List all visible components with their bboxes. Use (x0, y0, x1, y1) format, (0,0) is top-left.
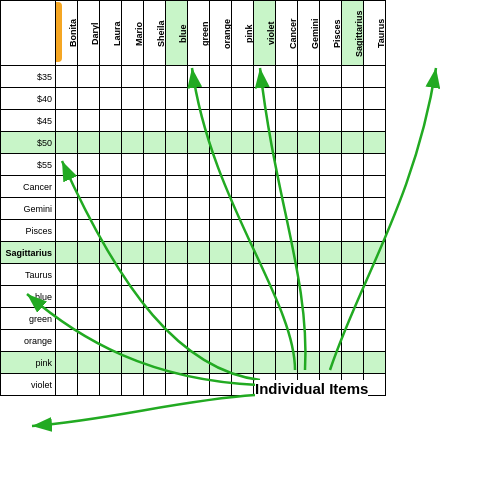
col-pink: pink (232, 1, 254, 66)
col-blue: blue (166, 1, 188, 66)
row-header-50: $50 (1, 132, 56, 154)
col-daryl: Daryl (78, 1, 100, 66)
row-blue: blue (1, 286, 386, 308)
row-header-cancer: Cancer (1, 176, 56, 198)
row-green: green (1, 308, 386, 330)
row-taurus: Taurus (1, 264, 386, 286)
row-sagittarius: Sagittarius (1, 242, 386, 264)
row-header-45: $45 (1, 110, 56, 132)
col-gemini: Gemini (298, 1, 320, 66)
row-header-taurus: Taurus (1, 264, 56, 286)
row-header-55: $55 (1, 154, 56, 176)
col-violet: violet (254, 1, 276, 66)
row-header-green: green (1, 308, 56, 330)
row-header-pink: pink (1, 352, 56, 374)
col-orange: orange (210, 1, 232, 66)
row-50: $50 (1, 132, 386, 154)
corner-cell (1, 1, 56, 66)
row-55: $55 (1, 154, 386, 176)
row-35: $35 (1, 66, 386, 88)
row-header-pisces: Pisces (1, 220, 56, 242)
row-pisces: Pisces (1, 220, 386, 242)
main-table: Bonita Daryl Laura Mario Sheila blue gre… (0, 0, 386, 396)
col-green: green (188, 1, 210, 66)
row-header-orange: orange (1, 330, 56, 352)
row-orange: orange (1, 330, 386, 352)
row-pink: pink (1, 352, 386, 374)
row-gemini: Gemini (1, 198, 386, 220)
col-sagittarius: Sagittarius (342, 1, 364, 66)
individual-items-label: Individual Items (255, 380, 368, 397)
col-taurus: Taurus (364, 1, 386, 66)
col-sheila: Sheila (144, 1, 166, 66)
col-cancer: Cancer (276, 1, 298, 66)
main-container: Bonita Daryl Laura Mario Sheila blue gre… (0, 0, 500, 500)
row-header-blue: blue (1, 286, 56, 308)
row-header-35: $35 (1, 66, 56, 88)
row-header-gemini: Gemini (1, 198, 56, 220)
arrow-to-pink (32, 395, 255, 426)
col-pisces: Pisces (320, 1, 342, 66)
col-laura: Laura (100, 1, 122, 66)
row-40: $40 (1, 88, 386, 110)
col-bonita: Bonita (56, 1, 78, 66)
row-45: $45 (1, 110, 386, 132)
row-header-violet: violet (1, 374, 56, 396)
row-header-sagittarius: Sagittarius (1, 242, 56, 264)
col-mario: Mario (122, 1, 144, 66)
row-cancer: Cancer (1, 176, 386, 198)
row-header-40: $40 (1, 88, 56, 110)
